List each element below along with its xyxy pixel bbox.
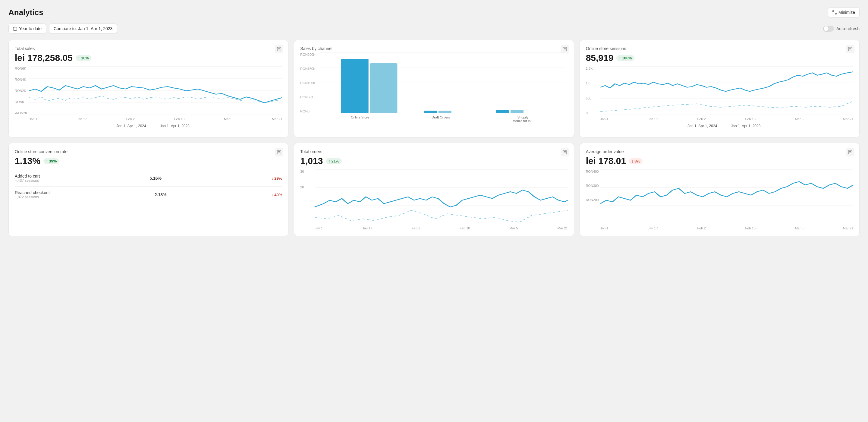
sales-by-channel-card: Sales by channel RON200K RON150K RON100K… — [294, 40, 574, 138]
calendar-icon — [13, 27, 17, 31]
online-store-sessions-badge: ↑ 100% — [616, 55, 634, 61]
svg-rect-0 — [13, 27, 17, 30]
online-store-sessions-card: Online store sessions 85,919 ↑ 100% 1.5K… — [580, 40, 860, 138]
total-sales-title: Total sales — [15, 46, 282, 51]
conversion-rate-title: Online store conversion rate — [15, 149, 282, 154]
total-sales-x-labels: Jan 1 Jan 17 Feb 2 Feb 18 Mar 5 Mar 21 — [29, 117, 282, 121]
svg-rect-18 — [510, 110, 524, 113]
average-order-value-badge: ↓ 8% — [629, 158, 643, 164]
auto-refresh-switch[interactable] — [823, 26, 834, 32]
total-sales-card: Total sales lei 178,258.05 ↑ 10% RON6K R… — [8, 40, 288, 138]
total-sales-value: lei 178,258.05 ↑ 10% — [15, 53, 282, 63]
page-title: Analytics — [8, 8, 43, 17]
minimize-icon — [832, 10, 837, 14]
svg-rect-13 — [341, 59, 369, 113]
total-sales-y-labels: RON6K RON4K RON2K RON0 -RON2K — [15, 67, 27, 121]
online-store-sessions-y-labels: 1.5K 1K 500 0 — [586, 67, 593, 121]
online-store-sessions-legend: Jan 1–Apr 1, 2024 Jan 1–Apr 1, 2023 — [586, 124, 853, 128]
total-sales-badge: ↑ 10% — [76, 55, 91, 61]
auto-refresh-toggle: Auto-refresh — [823, 26, 860, 32]
compare-to-button[interactable]: Compare to: Jan 1–Apr 1, 2023 — [49, 24, 117, 34]
svg-rect-14 — [370, 63, 398, 113]
online-store-sessions-x-labels: Jan 1 Jan 17 Feb 2 Feb 18 Mar 5 Mar 21 — [600, 117, 853, 121]
average-order-value-x-labels: Jan 1 Jan 17 Feb 2 Feb 18 Mar 5 Mar 21 — [600, 227, 853, 230]
date-range-button[interactable]: Year to date — [8, 24, 46, 34]
svg-rect-15 — [424, 111, 437, 113]
total-orders-value: 1,013 ↑ 21% — [300, 156, 567, 166]
svg-rect-16 — [438, 111, 452, 113]
sales-by-channel-title: Sales by channel — [300, 46, 567, 51]
total-sales-chart: RON6K RON4K RON2K RON0 -RON2K — [15, 67, 282, 121]
conversion-rate-value: 1.13% ↑ 39% — [15, 156, 282, 166]
minimize-button[interactable]: Minimize — [828, 7, 860, 18]
average-order-value-chart: RON400 RON300 RON200 Jan 1 Jan 17 Feb 2 — [586, 170, 853, 230]
average-order-value-value: lei 178.01 ↓ 8% — [586, 156, 853, 166]
conversion-rate-card: Online store conversion rate 1.13% ↑ 39%… — [8, 143, 288, 236]
svg-rect-17 — [496, 110, 509, 113]
total-orders-chart: 30 20 Jan 1 Jan 17 Feb 2 F — [300, 170, 567, 230]
sales-by-channel-chart: RON200K RON150K RON100K RON50K RON0 — [300, 53, 567, 131]
total-orders-title: Total orders — [300, 149, 567, 154]
total-orders-card: Total orders 1,013 ↑ 21% 30 20 — [294, 143, 574, 236]
total-orders-x-labels: Jan 1 Jan 17 Feb 2 Feb 18 Mar 5 Mar 21 — [315, 227, 567, 230]
online-store-sessions-export-icon[interactable] — [846, 45, 855, 53]
average-order-value-export-icon[interactable] — [846, 148, 855, 156]
conversion-reached-checkout: Reached checkout 1,872 sessions 2.18% ↓ … — [15, 186, 282, 203]
total-orders-badge: ↑ 21% — [326, 158, 341, 164]
top-bar: Analytics Minimize — [8, 7, 860, 18]
total-sales-legend: Jan 1–Apr 1, 2024 Jan 1–Apr 1, 2023 — [15, 124, 282, 128]
conversion-added-to-cart: Added to cart 4,437 sessions 5.16% ↓ 29% — [15, 170, 282, 186]
conversion-rate-badge: ↑ 39% — [43, 158, 59, 164]
sales-by-channel-export-icon[interactable] — [561, 45, 569, 53]
online-store-sessions-chart: 1.5K 1K 500 0 Jan 1 Jan 17 — [586, 67, 853, 121]
online-store-sessions-value: 85,919 ↑ 100% — [586, 53, 853, 63]
average-order-value-title: Average order value — [586, 149, 853, 154]
average-order-value-card: Average order value lei 178.01 ↓ 8% RON4… — [580, 143, 860, 236]
filters-left: Year to date Compare to: Jan 1–Apr 1, 20… — [8, 24, 117, 34]
total-orders-export-icon[interactable] — [561, 148, 569, 156]
cards-grid: Total sales lei 178,258.05 ↑ 10% RON6K R… — [8, 40, 860, 236]
online-store-sessions-title: Online store sessions — [586, 46, 853, 51]
filters-row: Year to date Compare to: Jan 1–Apr 1, 20… — [8, 24, 860, 34]
sales-by-channel-y-labels: RON200K RON150K RON100K RON50K RON0 — [300, 53, 315, 113]
conversion-rate-export-icon[interactable] — [275, 148, 283, 156]
total-sales-export-icon[interactable] — [275, 45, 283, 53]
average-order-value-y-labels: RON400 RON300 RON200 — [586, 170, 599, 230]
total-orders-y-labels: 30 20 — [300, 170, 304, 230]
